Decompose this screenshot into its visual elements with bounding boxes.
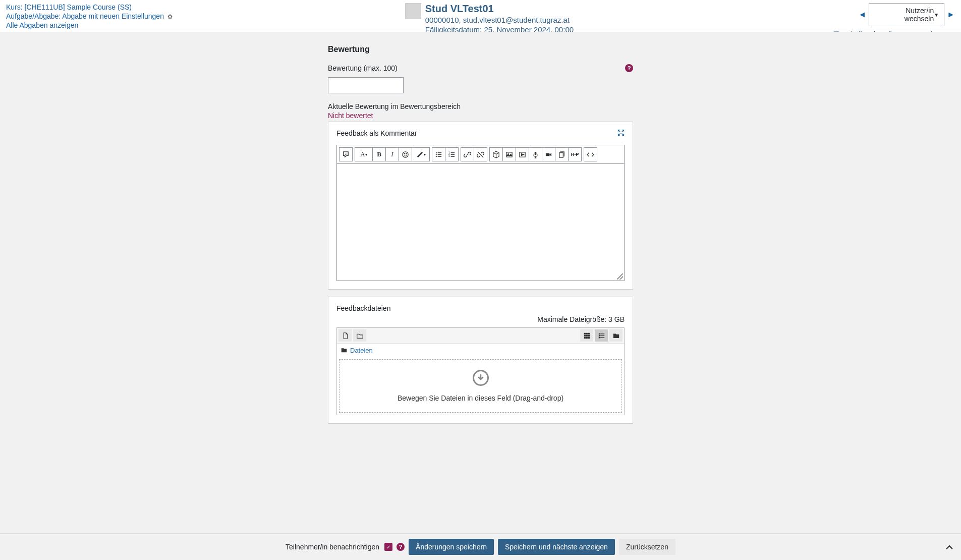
svg-point-1 [404,153,405,154]
video-icon[interactable] [542,147,555,161]
svg-rect-19 [546,153,550,156]
grade-input[interactable] [328,77,404,93]
media-icon[interactable] [516,147,529,161]
create-folder-icon[interactable] [353,329,366,342]
svg-rect-26 [588,334,589,336]
svg-rect-30 [598,333,599,334]
svg-rect-6 [438,154,442,154]
next-user-icon[interactable]: ► [947,10,955,19]
navigation-controls: ◄ Nutzer/in wechseln ▼ ► 1 von 1 Tabelle… [806,3,955,32]
svg-point-0 [403,151,408,157]
svg-rect-21 [584,332,585,334]
download-arrow-icon [473,370,489,386]
svg-point-5 [436,154,437,155]
files-root-link[interactable]: Dateien [350,347,373,354]
font-style-icon[interactable]: A ▾ [355,147,373,161]
svg-rect-31 [600,333,604,334]
student-name[interactable]: Stud VLTest01 [425,3,574,15]
max-size-text: Maximale Dateigröße: 3 GB [328,315,633,327]
svg-rect-24 [584,334,585,336]
svg-rect-25 [586,334,587,336]
code-icon[interactable] [584,147,597,161]
help-icon[interactable]: ? [625,64,633,72]
svg-rect-8 [438,156,442,156]
emoji-icon[interactable] [399,147,412,161]
view-icons-icon[interactable] [580,329,593,342]
svg-rect-33 [600,335,604,335]
avatar [405,3,421,19]
dropzone[interactable]: Bewegen Sie Dateien in dieses Feld (Drag… [339,359,622,413]
svg-rect-22 [586,332,587,334]
svg-point-7 [436,156,437,157]
course-link[interactable]: Kurs: [CHE111UB] Sample Course (SS) [6,3,173,11]
h5p-icon[interactable]: H-P [568,147,582,161]
italic-icon[interactable]: I [385,147,399,161]
svg-rect-18 [535,151,537,155]
svg-rect-4 [438,152,442,153]
svg-text:3: 3 [448,155,450,157]
current-grade-label: Aktuelle Bewertung im Bewertungsbereich [328,102,633,110]
highlight-icon[interactable]: ▾ [412,147,430,161]
view-tree-icon[interactable] [609,329,623,342]
folder-icon [341,347,347,354]
breadcrumb: Kurs: [CHE111UB] Sample Course (SS) Aufg… [6,3,173,32]
svg-point-3 [436,152,437,153]
svg-point-2 [406,153,407,154]
mic-icon[interactable] [529,147,542,161]
svg-rect-20 [559,152,563,157]
grade-label: Bewertung (max. 100) [328,64,398,72]
editor-toolbar: A ▾ B I ▾ [336,145,625,164]
user-select[interactable]: Nutzer/in wechseln ▼ [869,3,944,26]
svg-rect-35 [600,337,604,338]
add-file-icon[interactable] [338,329,352,342]
page-header: Kurs: [CHE111UB] Sample Course (SS) Aufg… [0,0,961,32]
svg-rect-23 [588,332,589,334]
image-icon[interactable] [502,147,516,161]
bullet-list-icon[interactable] [432,147,445,161]
link-icon[interactable] [461,147,474,161]
due-date: Fälligkeitsdatum: 25. November 2024, 00:… [425,25,574,32]
toolbar-toggle-icon[interactable] [339,147,353,161]
all-submissions-link[interactable]: Alle Abgaben anzeigen [6,21,173,29]
feedback-textarea[interactable] [336,164,625,281]
files-title: Feedbackdateien [328,297,633,315]
feedback-title: Feedback als Kommentar [336,129,417,138]
resize-handle-icon[interactable] [617,273,623,279]
dropzone-text: Bewegen Sie Dateien in dieses Feld (Drag… [345,394,616,402]
prev-user-icon[interactable]: ◄ [858,10,866,19]
svg-rect-12 [451,154,455,154]
expand-icon[interactable] [617,129,625,138]
svg-rect-29 [588,337,589,338]
assignment-link[interactable]: Aufgabe/Abgabe: Abgabe mit neuen Einstel… [6,12,164,20]
svg-rect-34 [598,337,599,338]
bold-icon[interactable]: B [372,147,386,161]
svg-rect-32 [598,335,599,336]
svg-rect-28 [586,337,587,338]
student-info: Stud VLTest01 00000010, stud.vltest01@st… [405,3,574,32]
file-manager: Dateien Bewegen Sie Dateien in dieses Fe… [336,327,625,415]
main-content: Bewertung Bewertung (max. 100) ? Aktuell… [0,32,961,466]
view-list-icon[interactable] [595,329,608,342]
grading-title: Bewertung [328,45,633,54]
student-meta: 00000010, stud.vltest01@student.tugraz.a… [425,16,574,24]
cube-icon[interactable] [489,147,503,161]
not-graded-text: Nicht bewertet [328,111,633,120]
svg-rect-10 [451,152,455,153]
files-icon[interactable] [555,147,569,161]
svg-rect-27 [584,337,585,338]
feedback-panel: Feedback als Kommentar A ▾ [328,122,633,290]
gear-icon[interactable]: ✿ [167,13,173,20]
svg-rect-14 [451,156,455,156]
chevron-down-icon: ▼ [934,12,939,18]
unlink-icon[interactable] [474,147,487,161]
number-list-icon[interactable]: 123 [445,147,459,161]
files-panel: Feedbackdateien Maximale Dateigröße: 3 G… [328,297,633,424]
